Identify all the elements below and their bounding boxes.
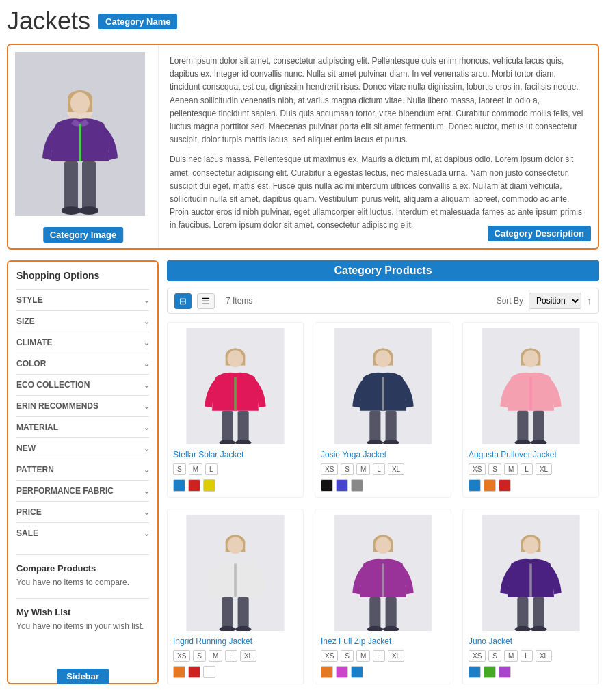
chevron-down-icon: ⌄	[144, 445, 149, 453]
svg-rect-60	[517, 597, 528, 628]
color-swatch[interactable]	[173, 479, 185, 492]
size-button[interactable]: M	[189, 463, 202, 475]
filter-item-size[interactable]: SIZE⌄	[16, 310, 149, 332]
filter-item-material[interactable]: MATERIAL⌄	[16, 416, 149, 438]
size-button[interactable]: XS	[321, 463, 338, 475]
color-options	[173, 666, 298, 678]
filter-item-style[interactable]: STYLE⌄	[16, 289, 149, 310]
chevron-down-icon: ⌄	[144, 403, 149, 410]
color-swatch[interactable]	[203, 479, 215, 492]
color-swatch[interactable]	[499, 479, 511, 492]
product-image	[321, 328, 445, 444]
product-image	[469, 328, 593, 444]
size-button[interactable]: S	[341, 650, 354, 662]
filter-item-erin-recommends[interactable]: ERIN RECOMMENDS⌄	[16, 395, 149, 416]
color-swatch[interactable]	[469, 666, 481, 678]
size-button[interactable]: M	[356, 463, 370, 475]
size-button[interactable]: L	[373, 650, 385, 662]
svg-point-8	[62, 206, 81, 215]
filter-label: STYLE	[16, 295, 43, 305]
svg-point-58	[523, 537, 538, 554]
size-button[interactable]: XL	[240, 650, 256, 662]
size-button[interactable]: S	[341, 463, 354, 475]
category-description-text: Lorem ipsum dolor sit amet, consectetur …	[170, 55, 587, 232]
color-swatch[interactable]	[336, 666, 348, 678]
product-name[interactable]: Josie Yoga Jacket	[321, 450, 445, 459]
compare-products-section: Compare Products You have no items to co…	[16, 554, 149, 587]
size-button[interactable]: XS	[469, 463, 486, 475]
size-button[interactable]: XS	[173, 650, 190, 662]
color-swatch[interactable]	[499, 666, 511, 678]
color-swatch[interactable]	[188, 479, 200, 492]
filter-item-price[interactable]: PRICE⌄	[16, 501, 149, 522]
sort-direction-icon[interactable]: ↑	[587, 295, 592, 306]
svg-rect-24	[369, 411, 380, 442]
size-button[interactable]: L	[225, 650, 237, 662]
color-swatch[interactable]	[469, 479, 481, 492]
category-name-section: Jackets Category Name	[7, 7, 599, 36]
size-button[interactable]: S	[488, 463, 501, 475]
product-name[interactable]: Augusta Pullover Jacket	[469, 450, 593, 459]
color-swatch[interactable]	[173, 666, 185, 678]
sidebar: Shopping Options STYLE⌄SIZE⌄CLIMATE⌄COLO…	[7, 260, 159, 684]
items-count: 7 Items	[226, 296, 491, 306]
product-name[interactable]: Juno Jacket	[469, 636, 593, 646]
color-swatch[interactable]	[188, 666, 200, 678]
filter-item-climate[interactable]: CLIMATE⌄	[16, 332, 149, 353]
svg-rect-42	[222, 597, 233, 628]
list-view-button[interactable]: ☰	[197, 293, 215, 309]
main-section: Shopping Options STYLE⌄SIZE⌄CLIMATE⌄COLO…	[7, 260, 599, 684]
sort-select[interactable]: Position	[529, 293, 581, 309]
size-button[interactable]: L	[521, 650, 533, 662]
color-swatch[interactable]	[336, 479, 348, 492]
svg-rect-43	[238, 597, 249, 628]
size-button[interactable]: M	[504, 463, 518, 475]
svg-point-4	[70, 92, 90, 114]
svg-rect-14	[234, 377, 237, 410]
size-button[interactable]: XL	[536, 463, 552, 475]
size-button[interactable]: S	[173, 463, 186, 475]
filter-item-new[interactable]: NEW⌄	[16, 438, 149, 459]
sort-label: Sort By	[497, 296, 523, 306]
size-button[interactable]: M	[504, 650, 518, 662]
svg-point-9	[79, 206, 98, 215]
color-swatch[interactable]	[484, 666, 496, 678]
size-button[interactable]: M	[209, 650, 222, 662]
filter-item-eco-collection[interactable]: ECO COLLECTION⌄	[16, 374, 149, 395]
chevron-down-icon: ⌄	[144, 360, 149, 368]
filter-item-color[interactable]: COLOR⌄	[16, 353, 149, 374]
svg-rect-5	[79, 124, 81, 161]
svg-rect-23	[382, 377, 384, 410]
color-swatch[interactable]	[484, 479, 496, 492]
product-name[interactable]: Ingrid Running Jacket	[173, 636, 298, 646]
color-swatch[interactable]	[203, 666, 215, 678]
size-button[interactable]: M	[356, 650, 370, 662]
size-button[interactable]: XS	[321, 650, 338, 662]
size-button[interactable]: L	[373, 463, 385, 475]
size-button[interactable]: S	[193, 650, 206, 662]
chevron-down-icon: ⌄	[144, 318, 149, 325]
chevron-down-icon: ⌄	[144, 530, 149, 537]
product-name[interactable]: Inez Full Zip Jacket	[321, 636, 445, 646]
size-button[interactable]: S	[488, 650, 501, 662]
svg-rect-25	[386, 411, 397, 442]
size-button[interactable]: L	[205, 463, 218, 475]
product-grid: Stellar Solar JacketSML Josie Yoga Jacke…	[167, 322, 599, 684]
color-swatch[interactable]	[321, 666, 333, 678]
product-name[interactable]: Stellar Solar Jacket	[173, 450, 298, 459]
size-button[interactable]: XL	[536, 650, 552, 662]
filter-item-sale[interactable]: SALE⌄	[16, 522, 149, 543]
color-options	[173, 479, 298, 492]
svg-rect-6	[64, 161, 78, 209]
size-button[interactable]: XL	[388, 650, 404, 662]
size-button[interactable]: XL	[388, 463, 404, 475]
color-swatch[interactable]	[351, 666, 363, 678]
color-swatch[interactable]	[351, 479, 363, 492]
size-button[interactable]: XS	[469, 650, 486, 662]
filter-item-pattern[interactable]: PATTERN⌄	[16, 459, 149, 480]
color-swatch[interactable]	[321, 479, 333, 492]
size-button[interactable]: L	[521, 463, 533, 475]
grid-view-button[interactable]: ⊞	[174, 293, 192, 309]
filter-list: STYLE⌄SIZE⌄CLIMATE⌄COLOR⌄ECO COLLECTION⌄…	[16, 289, 149, 543]
filter-item-performance-fabric[interactable]: PERFORMANCE FABRIC⌄	[16, 480, 149, 501]
